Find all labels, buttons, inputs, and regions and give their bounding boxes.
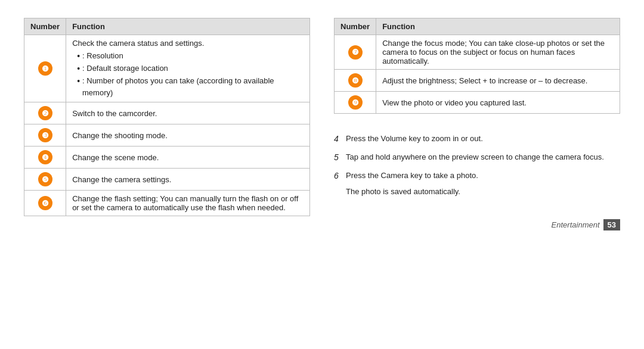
number-cell-2: ❷ bbox=[24, 102, 66, 124]
function-cell-8: Adjust the brightness; Select + to incre… bbox=[376, 70, 620, 92]
right-table: Number Function ❼ Change the focus mode;… bbox=[334, 18, 620, 114]
step-text-5: Tap and hold anywhere on the preview scr… bbox=[346, 151, 604, 163]
left-section: Number Function ❶ Check the camera statu… bbox=[24, 18, 310, 230]
number-cell-6: ❻ bbox=[24, 191, 66, 216]
function-cell-1: Check the camera status and settings. : … bbox=[66, 35, 310, 102]
number-cell-1: ❶ bbox=[24, 35, 66, 102]
number-cell-5: ❺ bbox=[24, 169, 66, 191]
number-cell-9: ❾ bbox=[335, 92, 376, 114]
function-cell-5: Change the camera settings. bbox=[66, 169, 310, 191]
number-cell-3: ❸ bbox=[24, 124, 66, 147]
function-cell-9: View the photo or video you captured las… bbox=[376, 92, 620, 114]
badge-4: ❹ bbox=[38, 150, 52, 164]
left-col1-header: Number bbox=[24, 18, 66, 35]
step-text-4: Press the Volume key to zoom in or out. bbox=[346, 133, 483, 145]
table-row: ❸ Change the shooting mode. bbox=[24, 124, 310, 147]
badge-5: ❺ bbox=[38, 172, 52, 186]
badge-7: ❼ bbox=[348, 45, 363, 60]
right-col1-header: Number bbox=[335, 18, 376, 35]
footer-page: 53 bbox=[603, 219, 620, 230]
badge-9: ❾ bbox=[348, 95, 363, 110]
function-cell-6: Change the flash setting; You can manual… bbox=[66, 191, 310, 216]
number-cell-7: ❼ bbox=[335, 35, 376, 70]
badge-2: ❷ bbox=[38, 106, 52, 120]
right-col2-header: Function bbox=[376, 18, 620, 35]
page-content: Number Function ❶ Check the camera statu… bbox=[24, 18, 620, 230]
badge-1: ❶ bbox=[38, 61, 52, 76]
badge-8: ❽ bbox=[348, 73, 363, 88]
step-num-6: 6 bbox=[334, 170, 342, 182]
function-cell-2: Switch to the camcorder. bbox=[66, 102, 310, 124]
steps-section: 4 Press the Volume key to zoom in or out… bbox=[334, 133, 620, 198]
badge-3: ❸ bbox=[38, 128, 52, 142]
step-num-5: 5 bbox=[334, 151, 342, 164]
function-cell-4: Change the scene mode. bbox=[66, 147, 310, 169]
step-text-6a: Press the Camera key to take a photo. bbox=[346, 170, 478, 182]
bullet-item: : Default storage location bbox=[77, 63, 304, 75]
table-row: ❽ Adjust the brightness; Select + to inc… bbox=[335, 70, 620, 92]
table-row: ❼ Change the focus mode; You can take cl… bbox=[335, 35, 620, 70]
step-text-6b: The photo is saved automatically. bbox=[346, 187, 460, 196]
function-cell-3: Change the shooting mode. bbox=[66, 124, 310, 147]
step-num-4: 4 bbox=[334, 133, 342, 145]
bullet-item: : Resolution bbox=[77, 50, 304, 63]
badge-6: ❻ bbox=[38, 196, 52, 210]
table-row: ❹ Change the scene mode. bbox=[24, 147, 310, 169]
footer-label: Entertainment bbox=[552, 220, 600, 229]
right-section: Number Function ❼ Change the focus mode;… bbox=[334, 18, 620, 230]
number-cell-8: ❽ bbox=[335, 70, 376, 92]
left-table: Number Function ❶ Check the camera statu… bbox=[24, 18, 310, 216]
right-table-container: Number Function ❼ Change the focus mode;… bbox=[334, 18, 620, 114]
bullet-item: : Number of photos you can take (accordi… bbox=[77, 75, 304, 98]
table-row: ❾ View the photo or video you captured l… bbox=[335, 92, 620, 114]
left-col2-header: Function bbox=[66, 18, 310, 35]
step-item-5: 5 Tap and hold anywhere on the preview s… bbox=[334, 151, 620, 164]
function-cell-7: Change the focus mode; You can take clos… bbox=[376, 35, 620, 70]
steps-list: 4 Press the Volume key to zoom in or out… bbox=[334, 133, 620, 198]
step-item-4: 4 Press the Volume key to zoom in or out… bbox=[334, 133, 620, 145]
table-row: ❺ Change the camera settings. bbox=[24, 169, 310, 191]
table-row: ❻ Change the flash setting; You can manu… bbox=[24, 191, 310, 216]
table-row: ❷ Switch to the camcorder. bbox=[24, 102, 310, 124]
table-row: ❶ Check the camera status and settings. … bbox=[24, 35, 310, 102]
footer: Entertainment 53 bbox=[334, 207, 620, 230]
step-item-6: 6 Press the Camera key to take a photo. … bbox=[334, 170, 620, 198]
number-cell-4: ❹ bbox=[24, 147, 66, 169]
